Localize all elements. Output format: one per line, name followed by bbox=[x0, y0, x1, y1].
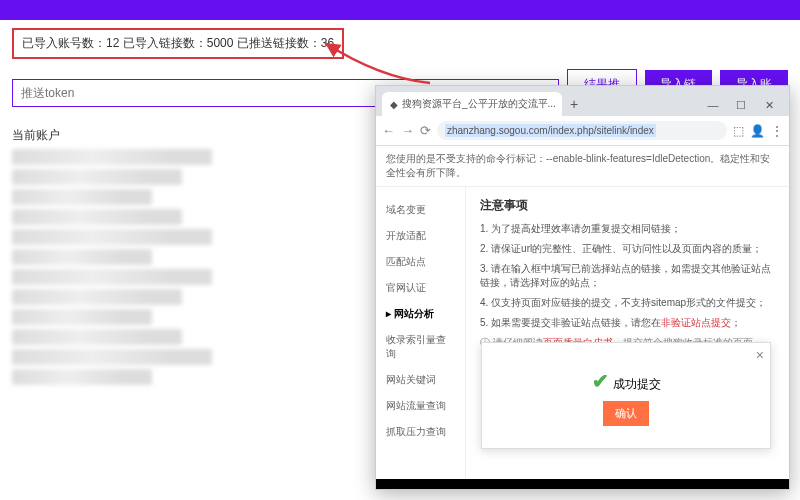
browser-tabbar: ◆ 搜狗资源平台_公平开放的交流平... × + — ☐ ✕ bbox=[376, 86, 789, 116]
note-item: 3. 请在输入框中填写已前选择站点的链接，如需提交其他验证站点链接，请选择对应的… bbox=[480, 262, 775, 290]
tab-title: 搜狗资源平台_公平开放的交流平... bbox=[402, 97, 556, 111]
list-item bbox=[12, 309, 152, 325]
browser-tab[interactable]: ◆ 搜狗资源平台_公平开放的交流平... × bbox=[382, 92, 562, 116]
url-input[interactable]: zhanzhang.sogou.com/index.php/sitelink/i… bbox=[437, 121, 727, 140]
captcha-label: 验证码 bbox=[481, 488, 511, 489]
captcha-section: 验证码 * hgxb 看不清 换一张 bbox=[481, 487, 671, 489]
list-item bbox=[12, 349, 212, 365]
note-link[interactable]: 非验证站点提交 bbox=[661, 317, 731, 328]
favicon-icon: ◆ bbox=[390, 99, 398, 110]
modal-close-icon[interactable]: × bbox=[756, 347, 764, 363]
sidebar-item[interactable]: 抓取压力查询 bbox=[376, 419, 465, 445]
note-item: 1. 为了提高处理效率请勿重复提交相同链接； bbox=[480, 222, 775, 236]
list-item bbox=[12, 289, 182, 305]
window-controls: — ☐ ✕ bbox=[699, 94, 783, 116]
success-modal: × ✔成功提交 确认 bbox=[481, 342, 771, 449]
links-label: 已导入链接数： bbox=[119, 36, 206, 50]
note-item: 2. 请保证url的完整性、正确性、可访问性以及页面内容的质量； bbox=[480, 242, 775, 256]
url-text: zhanzhang.sogou.com/index.php/sitelink/i… bbox=[445, 124, 656, 137]
forward-icon[interactable]: → bbox=[401, 123, 414, 138]
profile-icon[interactable]: 👤 bbox=[750, 124, 765, 138]
note-item: 4. 仅支持页面对应链接的提交，不支持sitemap形式的文件提交； bbox=[480, 296, 775, 310]
sidebar-item[interactable]: 官网认证 bbox=[376, 275, 465, 301]
sidebar-item[interactable]: 网站关键词 bbox=[376, 367, 465, 393]
list-item bbox=[12, 149, 212, 165]
confirm-button[interactable]: 确认 bbox=[603, 401, 649, 426]
content-title: 注意事项 bbox=[480, 197, 775, 214]
list-item bbox=[12, 329, 182, 345]
close-icon[interactable]: ✕ bbox=[755, 94, 783, 116]
list-item bbox=[12, 369, 152, 385]
callout-arrow bbox=[320, 38, 440, 88]
sidebar-item[interactable]: 开放适配 bbox=[376, 223, 465, 249]
new-tab-button[interactable]: + bbox=[562, 92, 586, 116]
import-status-banner: 已导入账号数：12 已导入链接数：5000 已推送链接数：36 bbox=[12, 28, 344, 59]
list-item bbox=[12, 229, 212, 245]
minimize-icon[interactable]: — bbox=[699, 94, 727, 116]
check-icon: ✔ bbox=[592, 370, 609, 392]
side-nav: 域名变更 开放适配 匹配站点 官网认证 ▸ 网站分析 收录索引量查询 网站关键词… bbox=[376, 187, 466, 489]
list-item bbox=[12, 249, 152, 265]
links-count: 5000 bbox=[207, 36, 234, 50]
pushed-label: 已推送链接数： bbox=[233, 36, 320, 50]
back-icon[interactable]: ← bbox=[382, 123, 395, 138]
menu-icon[interactable]: ⋮ bbox=[771, 124, 783, 138]
note-item: 5. 如果需要提交非验证站点链接，请您在非验证站点提交； bbox=[480, 316, 775, 330]
sidebar-item-active[interactable]: ▸ 网站分析 bbox=[376, 301, 465, 327]
sidebar-item[interactable]: 匹配站点 bbox=[376, 249, 465, 275]
maximize-icon[interactable]: ☐ bbox=[727, 94, 755, 116]
list-item bbox=[12, 189, 152, 205]
app-header-bar bbox=[0, 0, 800, 20]
sidebar-item[interactable]: 收录索引量查询 bbox=[376, 327, 465, 367]
sidebar-item[interactable]: 网站流量查询 bbox=[376, 393, 465, 419]
accounts-label: 已导入账号数： bbox=[22, 36, 106, 50]
sidebar-item[interactable]: 域名变更 bbox=[376, 197, 465, 223]
success-message: ✔成功提交 bbox=[498, 369, 754, 393]
browser-addressbar: ← → ⟳ zhanzhang.sogou.com/index.php/site… bbox=[376, 116, 789, 146]
page-body: 域名变更 开放适配 匹配站点 官网认证 ▸ 网站分析 收录索引量查询 网站关键词… bbox=[376, 187, 789, 489]
browser-window: ◆ 搜狗资源平台_公平开放的交流平... × + — ☐ ✕ ← → ⟳ zha… bbox=[375, 85, 790, 490]
reload-icon[interactable]: ⟳ bbox=[420, 123, 431, 138]
accounts-count: 12 bbox=[106, 36, 119, 50]
browser-infobar: 您使用的是不受支持的命令行标记：--enable-blink-features=… bbox=[376, 146, 789, 187]
extension-icon[interactable]: ⬚ bbox=[733, 124, 744, 138]
list-item bbox=[12, 269, 212, 285]
list-item bbox=[12, 169, 182, 185]
list-item bbox=[12, 209, 182, 225]
account-list bbox=[12, 149, 212, 385]
